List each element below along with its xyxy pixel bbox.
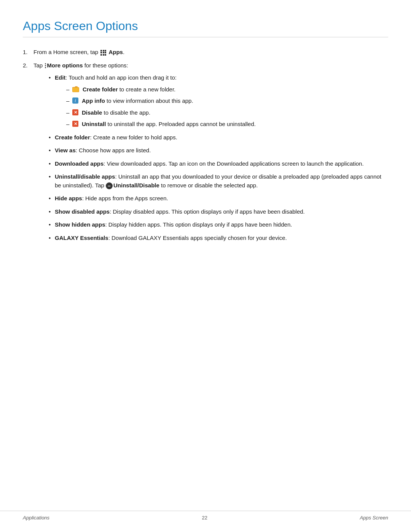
step-1-text: From a Home screen, tap Apps. bbox=[33, 48, 124, 57]
create-folder-icon bbox=[72, 86, 79, 92]
galaxy-essentials-label: GALAXY Essentials bbox=[55, 235, 108, 241]
uninstall-disable-circle-icon bbox=[106, 182, 113, 189]
bullet-item-hide-apps: Hide apps: Hide apps from the Apps scree… bbox=[49, 194, 388, 203]
svg-text:✕: ✕ bbox=[74, 121, 77, 126]
sub-item-create-folder: Create folder to create a new folder. bbox=[66, 85, 388, 94]
bullet-item-downloaded-apps: Downloaded apps: View downloaded apps. T… bbox=[49, 160, 388, 168]
apps-grid-icon bbox=[100, 50, 106, 56]
show-hidden-label: Show hidden apps bbox=[55, 221, 105, 228]
step-2: Tap More options for these options: Edit… bbox=[23, 61, 388, 247]
options-list: Edit: Touch and hold an app icon then dr… bbox=[33, 73, 388, 242]
create-folder-main-label: Create folder bbox=[55, 134, 90, 141]
view-as-label: View as bbox=[55, 147, 76, 153]
bullet-item-show-hidden: Show hidden apps: Display hidden apps. T… bbox=[49, 220, 388, 229]
bullet-item-uninstall-disable: Uninstall/disable apps: Uninstall an app… bbox=[49, 173, 388, 190]
svg-text:✕: ✕ bbox=[74, 110, 77, 115]
disable-icon: ✕ bbox=[72, 109, 78, 115]
show-disabled-label: Show disabled apps bbox=[55, 208, 110, 215]
apps-grid-icon-step1 bbox=[100, 49, 108, 55]
more-options-label: More options bbox=[47, 62, 83, 69]
create-folder-label: Create folder bbox=[83, 86, 118, 93]
page-title: Apps Screen Options bbox=[23, 19, 388, 37]
uninstall-icon: ✕ bbox=[72, 121, 78, 127]
page-footer: Applications 22 Apps Screen bbox=[0, 511, 411, 521]
edit-sub-list: Create folder to create a new folder. i … bbox=[55, 85, 388, 129]
svg-text:i: i bbox=[75, 98, 76, 103]
downloaded-apps-label: Downloaded apps bbox=[55, 160, 104, 167]
bullet-item-create-folder: Create folder: Create a new folder to ho… bbox=[49, 133, 388, 142]
footer-center: 22 bbox=[202, 515, 207, 521]
bullet-item-galaxy-essentials: GALAXY Essentials: Download GALAXY Essen… bbox=[49, 234, 388, 243]
edit-label: Edit bbox=[55, 74, 65, 81]
uninstall-disable-label: Uninstall/disable apps bbox=[55, 173, 115, 180]
footer-right: Apps Screen bbox=[360, 515, 388, 521]
hide-apps-label: Hide apps bbox=[55, 195, 82, 201]
bullet-item-view-as: View as: Choose how apps are listed. bbox=[49, 146, 388, 155]
sub-item-disable: ✕ Disable to disable the app. bbox=[66, 109, 388, 117]
page-container: Apps Screen Options From a Home screen, … bbox=[0, 0, 411, 282]
numbered-list: From a Home screen, tap Apps. Tap More o… bbox=[23, 48, 388, 247]
disable-label: Disable bbox=[82, 109, 102, 116]
app-info-icon: i bbox=[72, 97, 78, 104]
uninstall-disable-action-label: Uninstall/Disable bbox=[113, 182, 159, 189]
svg-rect-1 bbox=[73, 88, 79, 92]
step-2-text: Tap More options for these options: Edit… bbox=[33, 61, 388, 247]
footer-left: Applications bbox=[23, 515, 49, 521]
sub-item-app-info: i App info to view information about thi… bbox=[66, 97, 388, 105]
sub-item-uninstall: ✕ Uninstall to uninstall the app. Preloa… bbox=[66, 120, 388, 129]
step-1: From a Home screen, tap Apps. bbox=[23, 48, 388, 57]
bullet-item-edit: Edit: Touch and hold an app icon then dr… bbox=[49, 73, 388, 129]
bullet-item-show-disabled: Show disabled apps: Display disabled app… bbox=[49, 208, 388, 216]
uninstall-label: Uninstall bbox=[82, 121, 106, 127]
apps-label: Apps bbox=[108, 49, 123, 55]
more-options-icon bbox=[45, 63, 46, 69]
app-info-label: App info bbox=[82, 97, 105, 104]
